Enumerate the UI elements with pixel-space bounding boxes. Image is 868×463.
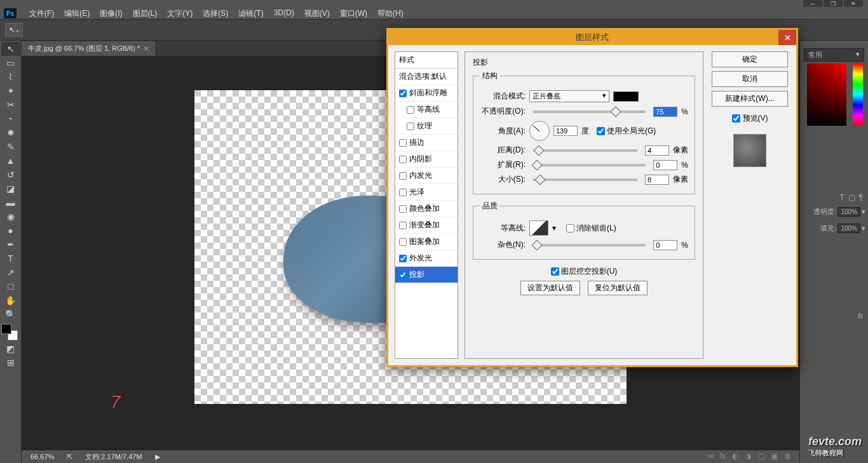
trash-icon[interactable]: 🗑 [784, 452, 792, 460]
foreground-swatch[interactable] [1, 324, 11, 334]
new-layer-icon[interactable]: ▣ [771, 452, 778, 460]
menu-item[interactable]: 窗口(W) [335, 8, 372, 19]
type-tool[interactable]: T [1, 252, 20, 265]
style-checkbox[interactable] [399, 238, 407, 246]
angle-input[interactable]: 139 [553, 126, 578, 136]
style-item[interactable]: 光泽 [395, 184, 458, 201]
dodge-tool[interactable]: ● [1, 224, 20, 238]
quick-mask-toggle[interactable]: ◩ [1, 342, 20, 356]
menu-item[interactable]: 视图(V) [299, 8, 335, 19]
antialias-checkbox[interactable]: 消除锯齿(L) [566, 223, 616, 234]
eraser-tool[interactable]: ◪ [1, 182, 20, 196]
healing-tool[interactable]: ✹ [1, 126, 20, 140]
style-checkbox[interactable] [407, 106, 414, 114]
style-item[interactable]: 描边 [395, 135, 458, 151]
folder-icon[interactable]: ▢ [757, 452, 764, 460]
size-input[interactable]: 8 [645, 175, 669, 185]
make-default-button[interactable]: 设置为默认值 [520, 281, 580, 295]
global-light-checkbox[interactable]: 使用全局光(G) [597, 126, 656, 137]
mask-icon[interactable]: ◐ [732, 452, 738, 460]
blur-tool[interactable]: ◉ [1, 210, 20, 224]
hand-tool[interactable]: ✋ [1, 293, 20, 307]
reset-default-button[interactable]: 复位为默认值 [588, 281, 648, 295]
tool-indicator[interactable]: ↖₊ [5, 23, 23, 37]
menu-item[interactable]: 文件(F) [24, 8, 59, 19]
new-style-button[interactable]: 新建样式(W)... [712, 91, 788, 107]
color-swatches[interactable] [1, 324, 19, 342]
style-checkbox[interactable] [399, 172, 407, 180]
contour-picker[interactable] [529, 220, 548, 236]
style-item[interactable]: 颜色叠加 [395, 201, 458, 217]
style-checkbox[interactable] [399, 271, 407, 279]
style-item[interactable]: 斜面和浮雕 [395, 85, 458, 102]
spread-slider[interactable] [533, 164, 646, 166]
link-icon[interactable]: ⇔ [707, 452, 714, 460]
style-checkbox[interactable] [407, 123, 414, 130]
style-item[interactable]: 外发光 [395, 250, 458, 267]
move-tool[interactable]: ↖ [1, 42, 20, 56]
gradient-tool[interactable]: ▬ [1, 196, 20, 210]
transform-icon[interactable]: ▢ [848, 193, 855, 202]
style-item[interactable]: 渐变叠加 [395, 217, 458, 234]
style-item[interactable]: 等高线 [395, 102, 458, 118]
brush-tool[interactable]: ✎ [1, 140, 20, 154]
zoom-level[interactable]: 66.67% [31, 453, 54, 460]
style-item[interactable]: 内发光 [395, 168, 458, 184]
history-brush-tool[interactable]: ↺ [1, 168, 20, 182]
style-checkbox[interactable] [399, 222, 407, 229]
close-button[interactable]: ✕ [844, 0, 863, 7]
quick-select-tool[interactable]: ✦ [1, 84, 20, 98]
ok-button[interactable]: 确定 [712, 51, 788, 67]
spread-input[interactable]: 0 [653, 160, 677, 170]
style-item[interactable]: 图案叠加 [395, 234, 458, 250]
size-slider[interactable] [533, 178, 637, 181]
zoom-tool[interactable]: 🔍 [1, 307, 20, 321]
menu-item[interactable]: 帮助(H) [372, 8, 409, 19]
noise-input[interactable]: 0 [653, 240, 677, 250]
document-tab[interactable]: 牛皮.jpg @ 66.7% (图层 1, RGB/8) * ✕ [22, 41, 155, 56]
preview-checkbox[interactable]: 预览(V) [732, 113, 768, 124]
tab-close-icon[interactable]: ✕ [144, 45, 149, 52]
lasso-tool[interactable]: ⌇ [1, 70, 20, 84]
workspace-preset-dropdown[interactable]: 常用▾ [804, 48, 864, 62]
menu-item[interactable]: 图层(L) [128, 8, 163, 19]
menu-item[interactable]: 图像(I) [95, 8, 127, 19]
style-checkbox[interactable] [399, 255, 407, 262]
blend-mode-dropdown[interactable]: 正片叠底▾ [529, 90, 609, 102]
color-field[interactable] [807, 64, 846, 126]
style-checkbox[interactable] [399, 189, 407, 196]
opacity-input[interactable]: 75 [653, 107, 677, 117]
dialog-close-button[interactable]: ✕ [778, 30, 796, 45]
style-checkbox[interactable] [399, 139, 407, 147]
pen-tool[interactable]: ✒ [1, 238, 20, 252]
type-icon[interactable]: T [839, 193, 844, 202]
fx-indicator[interactable]: fx [858, 312, 863, 319]
cancel-button[interactable]: 取消 [712, 71, 788, 87]
angle-dial[interactable] [529, 121, 550, 141]
menu-item[interactable]: 3D(D) [269, 8, 299, 19]
menu-item[interactable]: 编辑(E) [59, 8, 95, 19]
paragraph-icon[interactable]: ¶ [859, 193, 863, 202]
menu-item[interactable]: 文字(Y) [162, 8, 198, 19]
style-item[interactable]: 内阴影 [395, 151, 458, 168]
styles-header[interactable]: 样式 [395, 52, 458, 69]
shadow-color-swatch[interactable] [613, 91, 639, 102]
marquee-tool[interactable]: ▭ [1, 56, 20, 70]
shape-tool[interactable]: □ [1, 279, 20, 293]
style-item[interactable]: 纹理 [395, 118, 458, 135]
menu-item[interactable]: 滤镜(T) [233, 8, 268, 19]
style-checkbox[interactable] [399, 90, 407, 97]
menu-item[interactable]: 选择(S) [198, 8, 233, 19]
blend-options-item[interactable]: 混合选项:默认 [395, 69, 458, 85]
knockout-checkbox[interactable]: 图层挖空投影(U) [551, 266, 618, 277]
stamp-tool[interactable]: ▲ [1, 154, 20, 168]
fx-icon[interactable]: fx [720, 452, 726, 460]
crop-tool[interactable]: ✂ [1, 98, 20, 112]
distance-input[interactable]: 4 [645, 145, 669, 156]
adjustment-icon[interactable]: ◑ [745, 452, 751, 460]
color-panel[interactable] [807, 64, 863, 127]
hue-slider[interactable] [853, 64, 863, 126]
dialog-titlebar[interactable]: 图层样式 ✕ [388, 30, 796, 45]
maximize-button[interactable]: ❐ [824, 0, 843, 7]
screen-mode-toggle[interactable]: ⊞ [1, 356, 20, 370]
